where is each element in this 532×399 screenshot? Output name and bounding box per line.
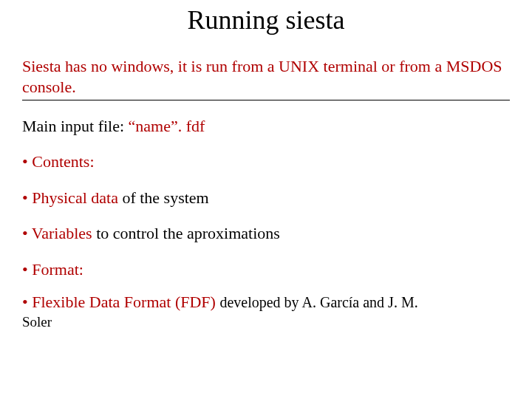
physical-line: • Physical data of the system	[22, 188, 510, 208]
variables-line: • Variables to control the aproximations	[22, 224, 510, 243]
fdf-red: Flexible Data Format (FDF)	[32, 293, 219, 311]
slide-title: Running siesta	[103, 4, 429, 35]
physical-red: Physical data	[32, 188, 118, 207]
bullet-icon: •	[22, 293, 32, 311]
main-input-label: Main input file:	[22, 117, 129, 135]
intro-text: Siesta has no windows, it is run from a …	[22, 56, 510, 97]
main-input-line: Main input file: “name”. fdf	[22, 117, 510, 136]
format-line: • Format:	[22, 260, 510, 279]
physical-rest: of the system	[118, 188, 209, 207]
format-text: Format:	[32, 260, 83, 279]
bullet-icon: •	[22, 224, 32, 242]
variables-red: Variables	[32, 224, 96, 242]
bullet-icon: •	[22, 188, 32, 207]
contents-text: Contents:	[32, 152, 94, 171]
divider	[22, 100, 510, 100]
main-input-value: “name”. fdf	[129, 117, 205, 135]
contents-line: • Contents:	[22, 152, 510, 171]
fdf-rest1: developed by A. García and J. M.	[219, 294, 417, 310]
variables-rest: to control the aproximations	[96, 224, 280, 242]
fdf-rest2: Soler	[22, 314, 52, 330]
bullet-icon: •	[22, 260, 32, 279]
bullet-icon: •	[22, 152, 32, 171]
fdf-line: • Flexible Data Format (FDF) developed b…	[22, 293, 510, 332]
